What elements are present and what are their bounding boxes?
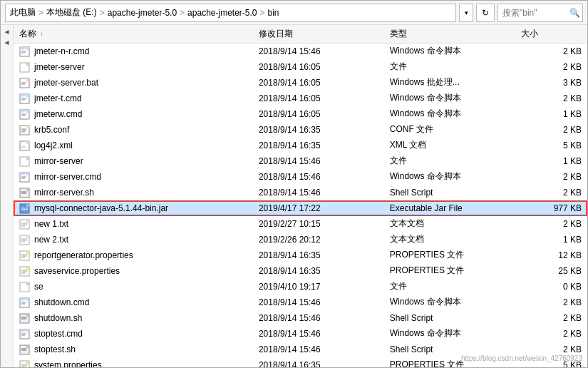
file-type: Windows 命令脚本 — [384, 326, 515, 342]
file-name-text: jmeterw.cmd — [34, 109, 82, 119]
file-date: 2018/9/14 15:46 — [253, 310, 384, 326]
file-name-text: system.properties — [34, 360, 102, 368]
file-type: PROPERTIES 文件 — [384, 357, 515, 368]
table-row[interactable]: shutdown.cmd 2018/9/14 15:46Windows 命令脚本… — [14, 295, 587, 310]
svg-rect-5 — [26, 63, 29, 66]
file-type: Windows 命令脚本 — [384, 169, 515, 185]
file-name-cell: krb5.conf — [14, 122, 253, 138]
table-row[interactable]: stoptest.cmd 2018/9/14 15:46Windows 命令脚本… — [14, 326, 587, 342]
table-header-row: 名称 ↑ 修改日期 类型 大小 — [14, 25, 587, 44]
table-row[interactable]: mirror-server.cmd 2018/9/14 15:46Windows… — [14, 169, 587, 185]
file-date: 2018/9/14 15:46 — [253, 153, 384, 169]
file-icon: JAR — [19, 203, 31, 214]
nav-arrow-down[interactable]: ◄ — [4, 39, 11, 46]
table-row[interactable]: JAR mysql-connector-java-5.1.44-bin.jar … — [14, 200, 587, 216]
file-name-text: stoptest.cmd — [34, 329, 83, 339]
svg-rect-7 — [26, 78, 29, 81]
table-row[interactable]: mirror-server.sh 2018/9/14 15:46Shell Sc… — [14, 185, 587, 200]
file-icon — [19, 250, 31, 261]
file-name-cell: jmeter-server — [14, 59, 253, 75]
table-row[interactable]: system.properties 2018/9/14 16:35PROPERT… — [14, 357, 587, 368]
breadcrumb-item-jmeter2[interactable]: apache-jmeter-5.0 — [187, 8, 257, 18]
file-name-cell: jmeter-server.bat — [14, 75, 253, 91]
file-list[interactable]: 名称 ↑ 修改日期 类型 大小 jmeter-n-r.cmd 2018/9/14… — [14, 25, 587, 367]
file-explorer-window: 此电脑 > 本地磁盘 (E:) > apache-jmeter-5.0 > ap… — [0, 0, 588, 368]
file-size: 12 KB — [515, 247, 587, 263]
svg-rect-19 — [26, 126, 29, 128]
file-date: 2018/9/14 16:35 — [253, 247, 384, 263]
file-type: Windows 命令脚本 — [384, 91, 515, 106]
file-name-cell: jmeter-t.cmd — [14, 91, 253, 106]
file-table-body: jmeter-n-r.cmd 2018/9/14 15:46Windows 命令… — [14, 44, 587, 368]
file-icon — [19, 61, 31, 73]
file-size: 2 KB — [515, 185, 587, 200]
file-size: 3 KB — [515, 75, 587, 91]
file-size: 2 KB — [515, 169, 587, 185]
file-name-text: mirror-server.sh — [34, 188, 94, 198]
search-box[interactable]: 🔍 — [497, 4, 583, 22]
svg-rect-78 — [26, 361, 29, 364]
file-type: 文本文档 — [384, 232, 515, 247]
file-size: 25 KB — [515, 263, 587, 279]
file-name-cell: shutdown.sh — [14, 310, 253, 326]
file-size: 2 KB — [515, 310, 587, 326]
file-date: 2018/9/14 16:35 — [253, 122, 384, 138]
file-name-cell: se — [14, 279, 253, 295]
table-row[interactable]: jmeterw.cmd 2018/9/14 16:05Windows 命令脚本1… — [14, 106, 587, 122]
file-type: 文件 — [384, 279, 515, 295]
nav-arrow-up[interactable]: ◄ — [4, 28, 11, 36]
file-size: 2 KB — [515, 216, 587, 232]
file-icon — [19, 359, 31, 368]
breadcrumb[interactable]: 此电脑 > 本地磁盘 (E:) > apache-jmeter-5.0 > ap… — [5, 4, 456, 22]
file-date: 2018/9/14 15:46 — [253, 44, 384, 59]
file-size: 2 KB — [515, 326, 587, 342]
file-name-cell: mirror-server.cmd — [14, 169, 253, 185]
file-type: CONF 文件 — [384, 122, 515, 138]
svg-rect-45 — [26, 235, 29, 238]
search-input[interactable] — [502, 8, 567, 18]
address-bar: 此电脑 > 本地磁盘 (E:) > apache-jmeter-5.0 > ap… — [1, 1, 587, 25]
table-row[interactable]: mirror-server 2018/9/14 15:46文件1 KB — [14, 153, 587, 169]
column-header-name[interactable]: 名称 ↑ — [14, 25, 253, 44]
file-size: 1 KB — [515, 232, 587, 247]
file-type: 文件 — [384, 59, 515, 75]
table-row[interactable]: jmeter-n-r.cmd 2018/9/14 15:46Windows 命令… — [14, 44, 587, 59]
table-row[interactable]: saveservice.properties 2018/9/14 16:35PR… — [14, 263, 587, 279]
table-row[interactable]: new 2.txt 2019/2/26 20:12文本文档1 KB — [14, 232, 587, 247]
column-header-date[interactable]: 修改日期 — [253, 25, 384, 44]
breadcrumb-item-drive[interactable]: 本地磁盘 (E:) — [46, 6, 97, 19]
breadcrumb-current: bin — [268, 8, 279, 18]
table-row[interactable]: se 2019/4/10 19:17文件0 KB — [14, 279, 587, 295]
file-name-cell: stoptest.sh — [14, 342, 253, 357]
file-size: 1 KB — [515, 106, 587, 122]
breadcrumb-item-computer[interactable]: 此电脑 — [10, 6, 36, 19]
table-row[interactable]: shutdown.sh 2018/9/14 15:46Shell Script2… — [14, 310, 587, 326]
table-row[interactable]: jmeter-server.bat 2018/9/14 16:05Windows… — [14, 75, 587, 91]
file-type: XML 文档 — [384, 138, 515, 153]
table-row[interactable]: new 1.txt 2019/2/27 10:15文本文档2 KB — [14, 216, 587, 232]
file-type: Executable Jar File — [384, 200, 515, 216]
file-name-cell: stoptest.cmd — [14, 326, 253, 342]
address-dropdown-button[interactable]: ▾ — [459, 4, 473, 22]
table-row[interactable]: jmeter-server 2018/9/14 16:05文件2 KB — [14, 59, 587, 75]
column-header-size[interactable]: 大小 — [515, 25, 587, 44]
file-date: 2018/9/14 16:05 — [253, 59, 384, 75]
file-icon — [19, 218, 31, 230]
address-refresh-button[interactable]: ↻ — [476, 4, 495, 22]
breadcrumb-item-jmeter1[interactable]: apache-jmeter-5.0 — [108, 8, 177, 18]
main-area: ◄ ◄ 名称 ↑ 修改日期 类型 大小 — [1, 25, 587, 367]
file-size: 2 KB — [515, 295, 587, 310]
table-row[interactable]: </> log4j2.xml 2018/9/14 16:35XML 文档5 KB — [14, 138, 587, 153]
file-icon — [19, 281, 31, 292]
file-date: 2019/2/27 10:15 — [253, 216, 384, 232]
table-row[interactable]: jmeter-t.cmd 2018/9/14 16:05Windows 命令脚本… — [14, 91, 587, 106]
table-row[interactable]: reportgenerator.properties 2018/9/14 16:… — [14, 247, 587, 263]
svg-rect-70 — [26, 329, 29, 332]
svg-rect-15 — [26, 110, 29, 113]
file-date: 2018/9/14 16:05 — [253, 75, 384, 91]
table-row[interactable]: stoptest.sh 2018/9/14 15:46Shell Script2… — [14, 342, 587, 357]
file-date: 2018/9/14 15:46 — [253, 169, 384, 185]
file-type: Shell Script — [384, 185, 515, 200]
table-row[interactable]: krb5.conf 2018/9/14 16:35CONF 文件2 KB — [14, 122, 587, 138]
column-header-type[interactable]: 类型 — [384, 25, 515, 44]
